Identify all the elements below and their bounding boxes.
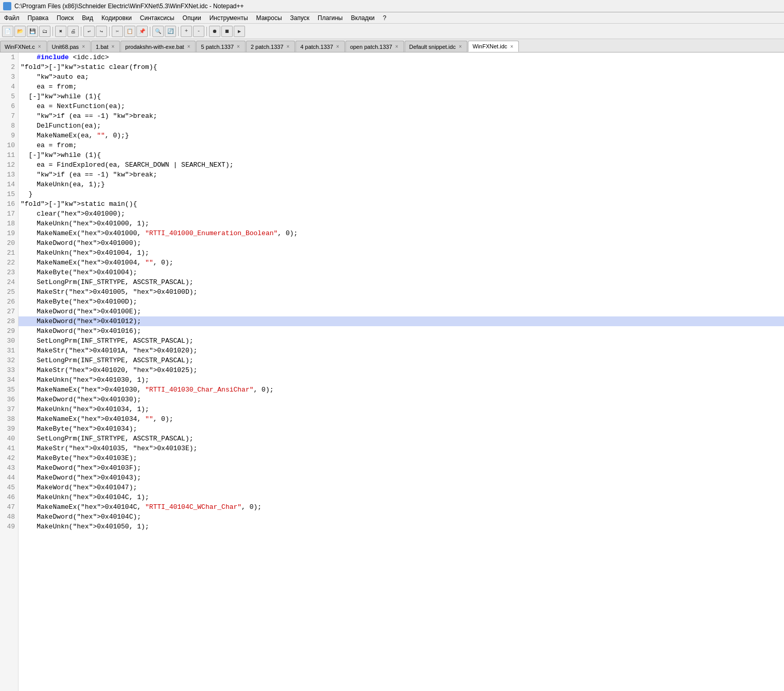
menu-item-вкладки[interactable]: Вкладки (347, 13, 379, 23)
macro-record-button[interactable]: ⏺ (209, 26, 220, 37)
code-line-39[interactable]: MakeByte("hex">0x401034); (19, 424, 784, 434)
new-button[interactable]: 📄 (2, 26, 13, 37)
code-line-19[interactable]: MakeNameEx("hex">0x401000, "RTTI_401000_… (19, 228, 784, 238)
tab-close-icon[interactable]: × (335, 44, 340, 49)
code-line-2[interactable]: "fold">[-]"kw">static clear(from){ (19, 62, 784, 72)
code-line-9[interactable]: MakeNameEx(ea, "", 0);} (19, 131, 784, 140)
macro-stop-button[interactable]: ⏹ (221, 26, 233, 37)
copy-button[interactable]: 📋 (124, 26, 135, 37)
code-line-40[interactable]: SetLongPrm(INF_STRTYPE, ASCSTR_PASCAL); (19, 434, 784, 444)
code-line-34[interactable]: MakeUnkn("hex">0x401030, 1); (19, 375, 784, 385)
tab-close-icon[interactable]: × (286, 44, 291, 49)
tab-close-icon[interactable]: × (509, 44, 514, 49)
tab-winfxnet.idc[interactable]: WinFXNet.idc× (468, 41, 519, 52)
menu-item-кодировки[interactable]: Кодировки (97, 13, 136, 23)
print-button[interactable]: 🖨 (67, 26, 79, 37)
save-all-button[interactable]: 🗂 (39, 26, 50, 37)
code-line-46[interactable]: MakeUnkn("hex">0x40104C, 1); (19, 492, 784, 502)
zoom-in-button[interactable]: + (181, 26, 192, 37)
macro-play-button[interactable]: ▶ (234, 26, 245, 37)
code-line-48[interactable]: MakeDword("hex">0x40104C); (19, 512, 784, 522)
tab-winfxnet.c[interactable]: WinFXNet.c× (0, 41, 47, 52)
code-line-21[interactable]: MakeUnkn("hex">0x401004, 1); (19, 248, 784, 258)
code-line-26[interactable]: MakeByte("hex">0x40100D); (19, 297, 784, 307)
close-button[interactable]: ✖ (55, 26, 66, 37)
menu-item-правка[interactable]: Правка (24, 13, 53, 23)
code-line-5[interactable]: [-]"kw">while (1){ (19, 92, 784, 101)
code-line-45[interactable]: MakeWord("hex">0x401047); (19, 483, 784, 492)
code-line-8[interactable]: DelFunction(ea); (19, 121, 784, 131)
code-line-15[interactable]: } (19, 189, 784, 199)
code-line-16[interactable]: "fold">[-]"kw">static main(){ (19, 199, 784, 209)
tab-close-icon[interactable]: × (186, 44, 191, 49)
redo-button[interactable]: ↪ (96, 26, 107, 37)
code-line-36[interactable]: MakeDword("hex">0x401030); (19, 395, 784, 404)
code-line-12[interactable]: ea = FindExplored(ea, SEARCH_DOWN | SEAR… (19, 160, 784, 170)
tab-unit68.pas[interactable]: Unit68.pas× (47, 41, 91, 52)
code-line-31[interactable]: MakeStr("hex">0x40101A, "hex">0x401020); (19, 346, 784, 356)
code-line-32[interactable]: SetLongPrm(INF_STRTYPE, ASCSTR_PASCAL); (19, 356, 784, 365)
menu-item-вид[interactable]: Вид (78, 13, 97, 23)
code-line-35[interactable]: MakeNameEx("hex">0x401030, "RTTI_401030_… (19, 385, 784, 395)
code-line-4[interactable]: ea = from; (19, 82, 784, 92)
code-line-41[interactable]: MakeStr("hex">0x401035, "hex">0x40103E); (19, 444, 784, 453)
code-line-11[interactable]: [-]"kw">while (1){ (19, 150, 784, 160)
code-line-6[interactable]: ea = NextFunction(ea); (19, 101, 784, 111)
undo-button[interactable]: ↩ (83, 26, 95, 37)
code-line-1[interactable]: #include <idc.idc> (19, 52, 784, 62)
save-button[interactable]: 💾 (27, 26, 38, 37)
code-line-18[interactable]: MakeUnkn("hex">0x401000, 1); (19, 219, 784, 228)
code-line-42[interactable]: MakeByte("hex">0x40103E); (19, 453, 784, 463)
code-line-49[interactable]: MakeUnkn("hex">0x401050, 1); (19, 522, 784, 531)
tab-close-icon[interactable]: × (37, 44, 42, 49)
code-line-20[interactable]: MakeDword("hex">0x401000); (19, 238, 784, 248)
code-line-13[interactable]: "kw">if (ea == -1) "kw">break; (19, 170, 784, 180)
code-line-3[interactable]: "kw">auto ea; (19, 72, 784, 82)
code-line-25[interactable]: MakeStr("hex">0x401005, "hex">0x40100D); (19, 287, 784, 297)
code-line-27[interactable]: MakeDword("hex">0x40100E); (19, 307, 784, 316)
cut-button[interactable]: ✂ (112, 26, 123, 37)
code-line-47[interactable]: MakeNameEx("hex">0x40104C, "RTTI_40104C_… (19, 502, 784, 512)
menu-item-поиск[interactable]: Поиск (53, 13, 78, 23)
code-line-44[interactable]: MakeDword("hex">0x401043); (19, 473, 784, 483)
open-button[interactable]: 📂 (14, 26, 26, 37)
code-line-38[interactable]: MakeNameEx("hex">0x401034, "", 0); (19, 414, 784, 424)
menu-item-синтаксисы[interactable]: Синтаксисы (136, 13, 179, 23)
menu-item-инструменты[interactable]: Инструменты (205, 13, 252, 23)
code-line-28[interactable]: MakeDword("hex">0x401012); (19, 316, 784, 326)
code-line-43[interactable]: MakeDword("hex">0x40103F); (19, 463, 784, 473)
menu-item-опции[interactable]: Опции (179, 13, 205, 23)
tab-2-patch.1337[interactable]: 2 patch.1337× (246, 41, 295, 52)
tab-close-icon[interactable]: × (110, 44, 115, 49)
tab-close-icon[interactable]: × (458, 44, 463, 49)
menu-item-запуск[interactable]: Запуск (286, 13, 314, 23)
menu-item-плагины[interactable]: Плагины (313, 13, 347, 23)
tab-1.bat[interactable]: 1.bat× (91, 41, 120, 52)
paste-button[interactable]: 📌 (136, 26, 148, 37)
code-line-23[interactable]: MakeByte("hex">0x401004); (19, 268, 784, 277)
replace-button[interactable]: 🔄 (165, 26, 176, 37)
tab-5-patch.1337[interactable]: 5 patch.1337× (196, 41, 245, 52)
code-line-33[interactable]: MakeStr("hex">0x401020, "hex">0x401025); (19, 365, 784, 375)
tab-close-icon[interactable]: × (394, 44, 399, 49)
tab-default-snippet.idc[interactable]: Default snippet.idc× (405, 41, 467, 52)
zoom-out-button[interactable]: - (193, 26, 204, 37)
tab-4-patch.1337[interactable]: 4 patch.1337× (295, 41, 344, 52)
code-line-7[interactable]: "kw">if (ea == -1) "kw">break; (19, 111, 784, 121)
menu-item-файл[interactable]: Файл (0, 13, 24, 23)
code-line-30[interactable]: SetLongPrm(INF_STRTYPE, ASCSTR_PASCAL); (19, 336, 784, 346)
code-content[interactable]: #include <idc.idc>"fold">[-]"kw">static … (19, 52, 784, 691)
tab-open-patch.1337[interactable]: open patch.1337× (345, 41, 404, 52)
code-line-29[interactable]: MakeDword("hex">0x401016); (19, 326, 784, 336)
find-button[interactable]: 🔍 (152, 26, 164, 37)
tab-prodakshn-with-exe.bat[interactable]: prodakshn-with-exe.bat× (120, 41, 196, 52)
code-line-14[interactable]: MakeUnkn(ea, 1);} (19, 180, 784, 189)
menu-item-макросы[interactable]: Макросы (252, 13, 286, 23)
code-line-37[interactable]: MakeUnkn("hex">0x401034, 1); (19, 404, 784, 414)
code-line-22[interactable]: MakeNameEx("hex">0x401004, "", 0); (19, 258, 784, 268)
tab-close-icon[interactable]: × (81, 44, 86, 49)
code-line-10[interactable]: ea = from; (19, 140, 784, 150)
code-line-17[interactable]: clear("hex">0x401000); (19, 209, 784, 219)
menu-item-?[interactable]: ? (379, 13, 391, 23)
code-line-24[interactable]: SetLongPrm(INF_STRTYPE, ASCSTR_PASCAL); (19, 277, 784, 287)
